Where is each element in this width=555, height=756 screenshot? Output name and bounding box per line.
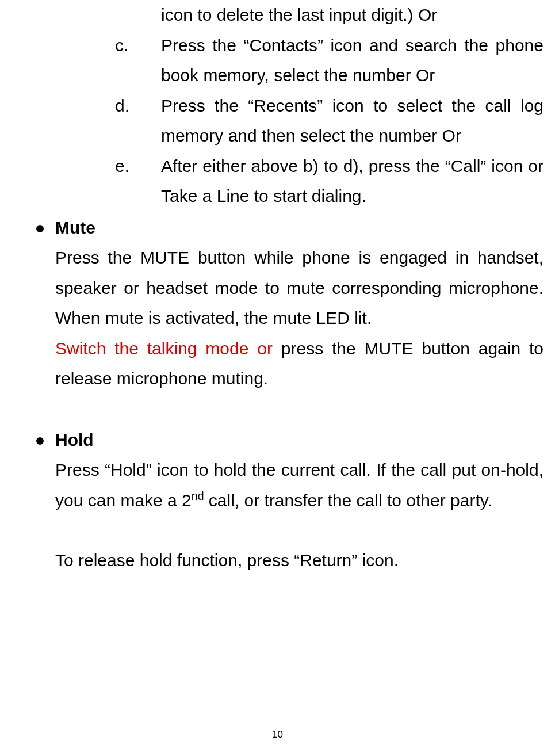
hold-section: Hold Press “Hold” icon to hold the curre… <box>12 425 543 576</box>
superscript-nd: nd <box>192 490 204 502</box>
mute-section: Mute Press the MUTE button while phone i… <box>12 213 543 394</box>
hold-heading: Hold <box>55 425 94 456</box>
mute-heading: Mute <box>55 213 95 243</box>
bullet-icon <box>36 225 44 232</box>
list-item-e: e. After either above b) to d), press th… <box>115 151 543 212</box>
list-marker: e. <box>115 151 161 212</box>
list-item-c: c. Press the “Contacts” icon and search … <box>115 30 543 91</box>
hold-paragraph-1: Press “Hold” icon to hold the current ca… <box>55 455 543 516</box>
list-body: Press the “Contacts” icon and search the… <box>161 30 543 91</box>
bullet-icon <box>36 437 44 445</box>
page-number: 10 <box>0 726 555 743</box>
red-text: Switch the talking mode or <box>55 339 281 358</box>
mute-paragraph-1: Press the MUTE button while phone is eng… <box>55 243 543 334</box>
list-body: Press the “Recents” icon to select the c… <box>161 91 543 151</box>
list-item-d: d. Press the “Recents” icon to select th… <box>115 91 543 151</box>
list-marker: c. <box>115 30 161 91</box>
continuation-line: icon to delete the last input digit.) Or <box>161 0 543 30</box>
list-body: After either above b) to d), press the “… <box>161 151 543 212</box>
hold-paragraph-2: To release hold function, press “Return”… <box>55 545 543 576</box>
mute-paragraph-2: Switch the talking mode or press the MUT… <box>55 334 543 394</box>
list-marker: d. <box>115 91 161 151</box>
